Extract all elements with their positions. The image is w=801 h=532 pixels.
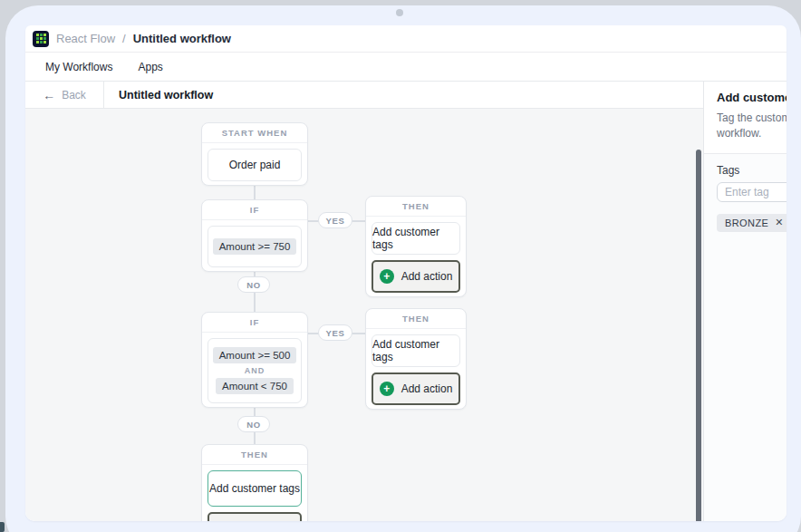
sidebar-title: Add customer tags [717, 91, 787, 104]
add-action-button-3[interactable]: + Add action [207, 512, 302, 521]
node-then1-header: THEN [366, 197, 466, 217]
condition-amount-gte-750[interactable]: Amount >= 750 [213, 238, 297, 255]
camera-dot [396, 9, 403, 16]
action-add-customer-tags-3-selected[interactable]: Add customer tags [207, 470, 302, 507]
main-column: ← Back Untitled workflow YES NO YES NO [25, 82, 703, 521]
add-action-label: Add action [401, 382, 453, 395]
action-add-customer-tags-1[interactable]: Add customer tags [372, 222, 460, 255]
sidebar-tags-section: Tags BRONZE ✕ [704, 154, 787, 242]
condition-amount-lt-750[interactable]: Amount < 750 [216, 378, 294, 394]
sidebar-description: Tag the customer w workflow. [717, 111, 787, 142]
node-if2-header: IF [202, 313, 307, 333]
back-arrow-icon: ← [43, 89, 55, 102]
node-then-1[interactable]: THEN Add customer tags + Add action [365, 196, 467, 297]
breadcrumb-title: Untitled workflow [133, 32, 231, 45]
back-button[interactable]: ← Back [25, 82, 104, 108]
chip-remove-icon[interactable]: ✕ [775, 218, 784, 227]
node-then2-header: THEN [366, 309, 466, 329]
trigger-order-paid[interactable]: Order paid [207, 149, 302, 181]
sidebar-description-line1: Tag the customer w [717, 111, 787, 126]
add-action-button-1[interactable]: + Add action [372, 260, 460, 293]
node-then-3[interactable]: THEN Add customer tags + Add action [201, 444, 308, 521]
condition-box-1[interactable]: Amount >= 750 [207, 226, 302, 267]
workflow-title: Untitled workflow [104, 82, 213, 108]
edge-start-to-if1 [254, 186, 256, 199]
breadcrumb-brand: React Flow [56, 32, 115, 45]
vertical-scrollbar[interactable] [696, 150, 701, 521]
cutoff-element [0, 522, 5, 532]
config-sidebar: Add customer tags Tag the customer w wor… [703, 82, 787, 521]
back-label: Back [62, 89, 86, 102]
sidebar-description-line2: workflow. [717, 126, 787, 141]
node-then3-header: THEN [202, 445, 307, 465]
plus-icon: + [380, 382, 394, 396]
add-action-label: Add action [401, 270, 453, 283]
tags-label: Tags [717, 164, 787, 177]
add-action-button-2[interactable]: + Add action [372, 372, 460, 405]
tag-chip-bronze[interactable]: BRONZE ✕ [717, 214, 787, 232]
tab-my-workflows[interactable]: My Workflows [45, 61, 112, 73]
tag-input[interactable] [717, 182, 787, 202]
condition-amount-gte-500[interactable]: Amount >= 500 [213, 347, 297, 363]
node-if1-header: IF [202, 200, 307, 220]
node-start-header: START WHEN [202, 123, 307, 143]
tab-bar: My Workflows Apps [25, 53, 787, 82]
edge-label-no-1: NO [237, 276, 270, 293]
tag-chip-label: BRONZE [725, 218, 768, 228]
breadcrumb-separator: / [122, 32, 126, 45]
edge-label-yes-2: YES [318, 324, 352, 341]
edge-label-no-2: NO [237, 416, 270, 432]
and-operator-label: AND [245, 366, 265, 375]
app-window: React Flow / Untitled workflow My Workfl… [25, 25, 787, 521]
content-row: ← Back Untitled workflow YES NO YES NO [25, 82, 787, 521]
flow-canvas[interactable]: YES NO YES NO START WHEN Order paid IF A… [25, 109, 703, 521]
node-then-2[interactable]: THEN Add customer tags + Add action [365, 308, 467, 410]
condition-box-2[interactable]: Amount >= 500 AND Amount < 750 [207, 338, 302, 403]
action-add-customer-tags-2[interactable]: Add customer tags [372, 334, 460, 367]
react-flow-logo-icon [33, 31, 49, 47]
node-if-2[interactable]: IF Amount >= 500 AND Amount < 750 [201, 312, 308, 408]
edge-label-yes-1: YES [318, 212, 352, 228]
workflow-toolbar: ← Back Untitled workflow [25, 82, 703, 109]
tab-apps[interactable]: Apps [138, 61, 162, 73]
node-start-when[interactable]: START WHEN Order paid [201, 122, 308, 186]
node-if-1[interactable]: IF Amount >= 750 [201, 199, 308, 272]
sidebar-header: Add customer tags Tag the customer w wor… [704, 82, 787, 153]
plus-icon: + [380, 269, 394, 284]
app-header: React Flow / Untitled workflow [25, 25, 787, 53]
